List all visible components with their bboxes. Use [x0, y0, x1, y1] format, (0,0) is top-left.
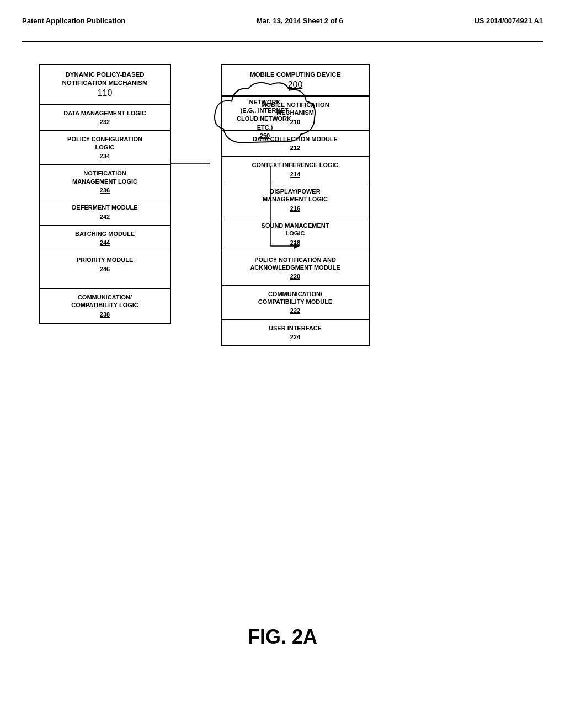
priority-module-label: PRIORITY MODULE	[77, 256, 133, 263]
deferment-module-label: DEFERMENT MODULE	[72, 204, 137, 211]
policy-notif-ack-label: POLICY NOTIFICATION ANDACKNOWLEDGMENT MO…	[250, 256, 340, 271]
comm-compat-logic-left-label: COMMUNICATION/COMPATIBILITY LOGIC	[71, 294, 138, 308]
display-power-mgmt-box: DISPLAY/POWERMANAGEMENT LOGIC 216	[222, 183, 369, 217]
context-inference-logic-number: 214	[225, 170, 365, 178]
cloud-text-content: NETWORK(E.G., INTERNET,CLOUD NETWORK,ETC…	[237, 98, 293, 141]
user-interface-label: USER INTERFACE	[269, 325, 322, 331]
header-date-sheet: Mar. 13, 2014 Sheet 2 of 6	[257, 17, 343, 25]
notification-mgmt-logic-number: 236	[43, 186, 167, 194]
user-interface-number: 224	[225, 333, 365, 341]
comm-compat-module-right-number: 222	[225, 307, 365, 314]
display-power-mgmt-label: DISPLAY/POWERMANAGEMENT LOGIC	[263, 188, 328, 202]
header-publication-label: Patent Application Publication	[22, 17, 125, 25]
left-outer-container: DYNAMIC POLICY-BASEDNOTIFICATION MECHANI…	[39, 64, 171, 324]
priority-module-number: 246	[43, 265, 167, 273]
user-interface-box: USER INTERFACE 224	[222, 319, 369, 346]
mobile-device-title: MOBILE COMPUTING DEVICE	[226, 71, 364, 79]
deferment-module-number: 242	[43, 213, 167, 221]
cloud-network-label: NETWORK(E.G., INTERNET,CLOUD NETWORK,ETC…	[237, 99, 293, 131]
notification-mgmt-logic-label: NOTIFICATIONMANAGEMENT LOGIC	[72, 170, 137, 184]
comm-compat-module-right-label: COMMUNICATION/COMPATIBILITY MODULE	[258, 291, 332, 305]
cloud-number: 250	[260, 132, 270, 139]
notification-mgmt-logic-box: NOTIFICATIONMANAGEMENT LOGIC 236	[40, 164, 170, 199]
policy-notif-ack-number: 220	[225, 272, 365, 280]
data-collection-module-number: 212	[225, 144, 365, 152]
policy-config-logic-number: 234	[43, 152, 167, 160]
policy-config-logic-box: POLICY CONFIGURATIONLOGIC 234	[40, 130, 170, 164]
data-management-logic-number: 232	[43, 118, 167, 126]
policy-notif-ack-box: POLICY NOTIFICATION ANDACKNOWLEDGMENT MO…	[222, 251, 369, 285]
policy-config-logic-label: POLICY CONFIGURATIONLOGIC	[67, 136, 142, 150]
mobile-device-number: 200	[226, 80, 364, 90]
sound-mgmt-logic-box: SOUND MANAGEMENTLOGIC 218	[222, 217, 369, 251]
comm-compat-module-right-box: COMMUNICATION/COMPATIBILITY MODULE 222	[222, 285, 369, 319]
comm-compat-logic-left-box: COMMUNICATION/COMPATIBILITY LOGIC 238	[40, 288, 170, 323]
data-management-logic-box: DATA MANAGEMENT LOGIC 232	[40, 104, 170, 131]
context-inference-logic-box: CONTEXT INFERENCE LOGIC 214	[222, 156, 369, 183]
figure-label: FIG. 2A	[248, 625, 317, 649]
header-patent-number: US 2014/0074921 A1	[474, 17, 543, 25]
priority-module-box: PRIORITY MODULE 246	[40, 251, 170, 277]
batching-module-label: BATCHING MODULE	[75, 231, 135, 237]
batching-module-number: 244	[43, 239, 167, 247]
deferment-module-box: DEFERMENT MODULE 242	[40, 199, 170, 225]
left-outer-title: DYNAMIC POLICY-BASEDNOTIFICATION MECHANI…	[44, 71, 166, 87]
comm-compat-logic-left-number: 238	[43, 311, 167, 318]
batching-module-box: BATCHING MODULE 244	[40, 225, 170, 251]
context-inference-logic-label: CONTEXT INFERENCE LOGIC	[252, 162, 338, 168]
data-management-logic-label: DATA MANAGEMENT LOGIC	[63, 110, 146, 116]
left-outer-number: 110	[44, 88, 166, 98]
display-power-mgmt-number: 216	[225, 205, 365, 212]
sound-mgmt-logic-number: 218	[225, 239, 365, 247]
sound-mgmt-logic-label: SOUND MANAGEMENTLOGIC	[262, 222, 329, 237]
